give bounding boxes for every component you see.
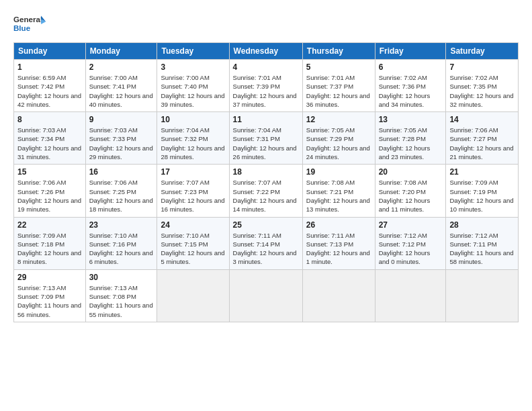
day-number: 5 — [306, 62, 371, 72]
day-number: 1 — [17, 62, 82, 72]
calendar-cell: 14Sunrise: 7:06 AMSunset: 7:27 PMDayligh… — [446, 112, 519, 165]
day-number: 11 — [233, 115, 299, 124]
day-number: 6 — [379, 62, 443, 72]
calendar-cell: 24Sunrise: 7:10 AMSunset: 7:15 PMDayligh… — [157, 217, 229, 269]
day-info: Sunrise: 7:11 AMSunset: 7:13 PMDaylight:… — [306, 231, 371, 267]
day-number: 28 — [449, 220, 515, 230]
day-number: 21 — [449, 167, 515, 177]
calendar-header-row: SundayMondayTuesdayWednesdayThursdayFrid… — [14, 43, 519, 60]
calendar-cell — [302, 269, 375, 322]
svg-text:General: General — [13, 15, 42, 24]
calendar-cell: 13Sunrise: 7:05 AMSunset: 7:28 PMDayligh… — [375, 112, 446, 165]
calendar-cell: 11Sunrise: 7:04 AMSunset: 7:31 PMDayligh… — [229, 112, 302, 165]
day-info: Sunrise: 7:04 AMSunset: 7:31 PMDaylight:… — [233, 126, 299, 161]
day-info: Sunrise: 7:06 AMSunset: 7:25 PMDaylight:… — [89, 178, 154, 214]
day-info: Sunrise: 7:11 AMSunset: 7:14 PMDaylight:… — [233, 231, 299, 267]
day-number: 18 — [233, 167, 299, 177]
day-number: 3 — [161, 62, 225, 72]
day-number: 27 — [379, 220, 443, 230]
day-number: 15 — [17, 167, 82, 177]
week-row-1: 1Sunrise: 6:59 AMSunset: 7:42 PMDaylight… — [14, 60, 519, 112]
week-row-2: 8Sunrise: 7:03 AMSunset: 7:34 PMDaylight… — [14, 112, 519, 165]
calendar-cell: 7Sunrise: 7:02 AMSunset: 7:35 PMDaylight… — [446, 60, 519, 112]
calendar-cell: 23Sunrise: 7:10 AMSunset: 7:16 PMDayligh… — [85, 217, 157, 269]
day-info: Sunrise: 7:02 AMSunset: 7:35 PMDaylight:… — [449, 73, 515, 109]
week-row-5: 29Sunrise: 7:13 AMSunset: 7:09 PMDayligh… — [14, 269, 519, 322]
week-row-3: 15Sunrise: 7:06 AMSunset: 7:26 PMDayligh… — [14, 165, 519, 217]
day-info: Sunrise: 7:04 AMSunset: 7:32 PMDaylight:… — [161, 126, 225, 161]
page: General Blue SundayMondayTuesdayWednesda… — [0, 0, 532, 411]
calendar-cell — [229, 269, 302, 322]
calendar-header-monday: Monday — [85, 43, 157, 60]
calendar-cell: 3Sunrise: 7:00 AMSunset: 7:40 PMDaylight… — [157, 60, 229, 112]
calendar-cell: 30Sunrise: 7:13 AMSunset: 7:08 PMDayligh… — [85, 269, 157, 322]
day-number: 25 — [233, 220, 299, 230]
day-number: 14 — [449, 115, 515, 124]
calendar-cell: 17Sunrise: 7:07 AMSunset: 7:23 PMDayligh… — [157, 165, 229, 217]
calendar-cell: 27Sunrise: 7:12 AMSunset: 7:12 PMDayligh… — [375, 217, 446, 269]
day-info: Sunrise: 7:09 AMSunset: 7:19 PMDaylight:… — [449, 178, 515, 214]
calendar-cell: 15Sunrise: 7:06 AMSunset: 7:26 PMDayligh… — [14, 165, 86, 217]
calendar-cell: 9Sunrise: 7:03 AMSunset: 7:33 PMDaylight… — [85, 112, 157, 165]
logo: General Blue — [13, 10, 47, 37]
calendar-cell: 26Sunrise: 7:11 AMSunset: 7:13 PMDayligh… — [302, 217, 375, 269]
calendar-cell — [375, 269, 446, 322]
day-info: Sunrise: 7:12 AMSunset: 7:12 PMDaylight:… — [379, 231, 443, 267]
day-number: 23 — [89, 220, 154, 230]
week-row-4: 22Sunrise: 7:09 AMSunset: 7:18 PMDayligh… — [14, 217, 519, 269]
day-number: 2 — [89, 62, 154, 72]
day-info: Sunrise: 6:59 AMSunset: 7:42 PMDaylight:… — [17, 73, 82, 109]
day-info: Sunrise: 7:13 AMSunset: 7:09 PMDaylight:… — [17, 283, 82, 319]
calendar-cell: 25Sunrise: 7:11 AMSunset: 7:14 PMDayligh… — [229, 217, 302, 269]
day-info: Sunrise: 7:00 AMSunset: 7:40 PMDaylight:… — [161, 73, 225, 109]
day-info: Sunrise: 7:08 AMSunset: 7:21 PMDaylight:… — [306, 178, 371, 214]
calendar-cell: 10Sunrise: 7:04 AMSunset: 7:32 PMDayligh… — [157, 112, 229, 165]
calendar-cell: 2Sunrise: 7:00 AMSunset: 7:41 PMDaylight… — [85, 60, 157, 112]
calendar-cell: 21Sunrise: 7:09 AMSunset: 7:19 PMDayligh… — [446, 165, 519, 217]
calendar-cell: 22Sunrise: 7:09 AMSunset: 7:18 PMDayligh… — [14, 217, 86, 269]
calendar-cell: 6Sunrise: 7:02 AMSunset: 7:36 PMDaylight… — [375, 60, 446, 112]
day-info: Sunrise: 7:02 AMSunset: 7:36 PMDaylight:… — [379, 73, 443, 109]
day-info: Sunrise: 7:03 AMSunset: 7:33 PMDaylight:… — [89, 126, 154, 161]
calendar-cell: 28Sunrise: 7:12 AMSunset: 7:11 PMDayligh… — [446, 217, 519, 269]
calendar-cell — [446, 269, 519, 322]
calendar-cell: 18Sunrise: 7:07 AMSunset: 7:22 PMDayligh… — [229, 165, 302, 217]
day-info: Sunrise: 7:06 AMSunset: 7:26 PMDaylight:… — [17, 178, 82, 214]
day-info: Sunrise: 7:00 AMSunset: 7:41 PMDaylight:… — [89, 73, 154, 109]
day-info: Sunrise: 7:06 AMSunset: 7:27 PMDaylight:… — [449, 126, 515, 161]
header: General Blue — [13, 10, 519, 37]
calendar-header-sunday: Sunday — [14, 43, 86, 60]
day-number: 24 — [161, 220, 225, 230]
day-number: 10 — [161, 115, 225, 124]
day-info: Sunrise: 7:05 AMSunset: 7:29 PMDaylight:… — [306, 126, 371, 161]
day-info: Sunrise: 7:08 AMSunset: 7:20 PMDaylight:… — [379, 178, 443, 214]
day-info: Sunrise: 7:09 AMSunset: 7:18 PMDaylight:… — [17, 231, 82, 267]
day-info: Sunrise: 7:03 AMSunset: 7:34 PMDaylight:… — [17, 126, 82, 161]
calendar: SundayMondayTuesdayWednesdayThursdayFrid… — [13, 42, 519, 322]
day-info: Sunrise: 7:05 AMSunset: 7:28 PMDaylight:… — [379, 126, 443, 161]
day-info: Sunrise: 7:13 AMSunset: 7:08 PMDaylight:… — [89, 283, 154, 319]
day-info: Sunrise: 7:01 AMSunset: 7:39 PMDaylight:… — [233, 73, 299, 109]
day-number: 12 — [306, 115, 371, 124]
calendar-cell: 5Sunrise: 7:01 AMSunset: 7:37 PMDaylight… — [302, 60, 375, 112]
day-number: 9 — [89, 115, 154, 124]
day-number: 30 — [89, 273, 154, 282]
day-number: 17 — [161, 167, 225, 177]
calendar-cell: 4Sunrise: 7:01 AMSunset: 7:39 PMDaylight… — [229, 60, 302, 112]
calendar-cell: 8Sunrise: 7:03 AMSunset: 7:34 PMDaylight… — [14, 112, 86, 165]
logo-svg: General Blue — [13, 10, 47, 37]
calendar-cell: 16Sunrise: 7:06 AMSunset: 7:25 PMDayligh… — [85, 165, 157, 217]
calendar-header-wednesday: Wednesday — [229, 43, 302, 60]
calendar-cell: 12Sunrise: 7:05 AMSunset: 7:29 PMDayligh… — [302, 112, 375, 165]
day-number: 26 — [306, 220, 371, 230]
day-number: 29 — [17, 273, 82, 282]
svg-text:Blue: Blue — [13, 24, 31, 32]
calendar-cell: 19Sunrise: 7:08 AMSunset: 7:21 PMDayligh… — [302, 165, 375, 217]
day-info: Sunrise: 7:10 AMSunset: 7:16 PMDaylight:… — [89, 231, 154, 267]
day-number: 7 — [449, 62, 515, 72]
day-number: 22 — [17, 220, 82, 230]
calendar-cell: 29Sunrise: 7:13 AMSunset: 7:09 PMDayligh… — [14, 269, 86, 322]
day-number: 16 — [89, 167, 154, 177]
calendar-cell — [157, 269, 229, 322]
day-info: Sunrise: 7:01 AMSunset: 7:37 PMDaylight:… — [306, 73, 371, 109]
